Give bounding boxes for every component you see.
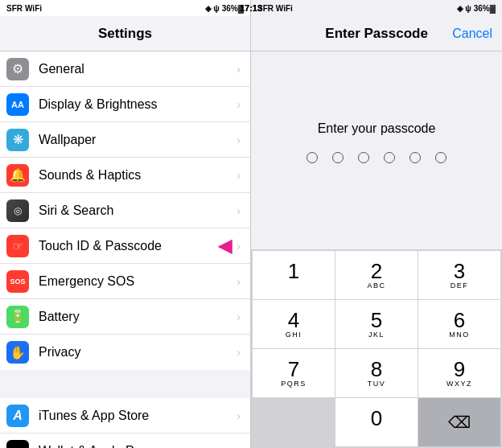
touchid-chevron-container: ◀ › [218, 236, 241, 257]
settings-section-1: ⚙ General › AA Display & Brightness › ❋ … [0, 51, 250, 370]
dot-2 [332, 152, 344, 163]
key-8-num: 8 [371, 359, 382, 380]
key-7[interactable]: 7 PQRS [253, 349, 335, 397]
key-6[interactable]: 6 MNO [418, 300, 500, 348]
wallpaper-icon: ❋ [6, 129, 29, 151]
privacy-chevron-container: › [237, 346, 241, 359]
key-5-letters: JKL [368, 331, 385, 339]
key-0[interactable]: 0 [335, 398, 418, 446]
settings-item-wallpaper[interactable]: ❋ Wallpaper › [0, 122, 250, 158]
nav-bar-passcode: Enter Passcode Cancel [251, 16, 502, 51]
passcode-dots-row [307, 152, 446, 163]
key-3-num: 3 [454, 261, 465, 282]
wallet-icon: ◼ [6, 440, 29, 448]
privacy-chevron-icon: › [237, 346, 241, 359]
sounds-label: Sounds & Haptics [39, 168, 237, 183]
cancel-button[interactable]: Cancel [452, 27, 492, 41]
key-1[interactable]: 1 [253, 251, 335, 299]
settings-list: ⚙ General › AA Display & Brightness › ❋ … [0, 51, 250, 448]
touchid-icon: ☞ [6, 235, 29, 257]
key-5-num: 5 [371, 310, 382, 331]
key-4[interactable]: 4 GHI [253, 300, 335, 348]
siri-icon: ◎ [6, 199, 29, 222]
wallet-chevron-container: › [237, 445, 241, 448]
dot-6 [435, 152, 446, 163]
settings-item-sounds[interactable]: 🔔 Sounds & Haptics › [0, 158, 250, 193]
privacy-label: Privacy [39, 345, 237, 360]
wallet-label: Wallet & Apple Pay [39, 444, 237, 448]
key-9-num: 9 [454, 359, 465, 380]
key-3[interactable]: 3 DEF [418, 251, 500, 299]
siri-label: Siri & Search [39, 203, 237, 218]
privacy-icon: ✋ [6, 341, 29, 364]
touchid-chevron-icon: › [237, 240, 241, 253]
status-right-info-right: ◈ ψ 36%▓ [457, 4, 496, 13]
general-icon: ⚙ [6, 58, 29, 80]
passcode-entry-area: Enter your passcode [251, 51, 502, 249]
itunes-label: iTunes & App Store [39, 409, 237, 423]
siri-chevron-container: › [237, 204, 241, 217]
key-2[interactable]: 2 ABC [335, 251, 418, 299]
key-8-letters: TUV [368, 380, 386, 388]
siri-chevron-icon: › [237, 204, 241, 217]
key-4-num: 4 [288, 310, 299, 331]
settings-item-wallet[interactable]: ◼ Wallet & Apple Pay › [0, 434, 250, 448]
key-7-letters: PQRS [281, 380, 307, 388]
sos-chevron-icon: › [237, 275, 241, 288]
general-label: General [39, 62, 237, 76]
key-2-num: 2 [371, 261, 382, 282]
key-9-letters: WXYZ [446, 380, 472, 388]
delete-icon: ⌫ [448, 413, 471, 432]
carrier-left: SFR [6, 4, 23, 13]
settings-item-display[interactable]: AA Display & Brightness › [0, 87, 250, 122]
wallpaper-label: Wallpaper [39, 133, 237, 147]
dot-5 [409, 152, 421, 163]
battery-icon: 🔋 [6, 306, 29, 328]
section-divider-1 [0, 370, 250, 398]
sos-label: Emergency SOS [39, 274, 237, 289]
status-bar-right: SFR WiFi 17:13 ◈ ψ 36%▓ [251, 0, 502, 16]
battery-chevron-icon: › [237, 310, 241, 323]
key-9[interactable]: 9 WXYZ [418, 349, 500, 397]
settings-title: Settings [98, 26, 152, 42]
settings-item-privacy[interactable]: ✋ Privacy › [0, 335, 250, 370]
wallet-chevron-icon: › [237, 445, 241, 448]
key-6-letters: MNO [449, 331, 470, 339]
sos-icon: SOS [6, 270, 29, 293]
key-5[interactable]: 5 JKL [335, 300, 418, 348]
wallpaper-chevron-container: › [237, 134, 241, 146]
settings-section-2: A iTunes & App Store › ◼ Wallet & Apple … [0, 398, 250, 448]
settings-item-itunes[interactable]: A iTunes & App Store › [0, 398, 250, 434]
numpad: 1 2 ABC 3 DEF 4 GHI 5 JKL 6 MNO 7 PQRS [251, 249, 502, 448]
battery-chevron-container: › [237, 310, 241, 323]
touchid-label: Touch ID & Passcode [39, 239, 218, 253]
wifi-icon-left: WiFi [25, 4, 42, 13]
display-icon: AA [6, 93, 29, 116]
general-chevron-icon: › [237, 63, 241, 76]
display-label: Display & Brightness [39, 97, 237, 112]
dot-3 [358, 152, 369, 163]
display-chevron-container: › [237, 98, 241, 111]
general-chevron-container: › [237, 63, 241, 76]
status-right-info-left: ◈ ψ 36%▓ [205, 4, 244, 13]
status-left-info: SFR WiFi [6, 4, 42, 13]
key-1-num: 1 [288, 261, 299, 282]
settings-item-general[interactable]: ⚙ General › [0, 51, 250, 87]
time-right: 17:13 [240, 3, 262, 13]
itunes-chevron-container: › [237, 409, 241, 422]
battery-label: Battery [39, 310, 237, 324]
carrier-right: SFR WiFi [257, 4, 293, 13]
key-0-num: 0 [371, 408, 382, 429]
key-delete[interactable]: ⌫ [418, 398, 500, 446]
settings-item-touchid[interactable]: ☞ Touch ID & Passcode ◀ › [0, 228, 250, 264]
sounds-icon: 🔔 [6, 164, 29, 187]
wifi-icon-right: WiFi [276, 4, 293, 13]
dot-1 [307, 152, 318, 163]
key-4-letters: GHI [286, 331, 302, 339]
settings-item-sos[interactable]: SOS Emergency SOS › [0, 264, 250, 299]
settings-item-siri[interactable]: ◎ Siri & Search › [0, 193, 250, 228]
sos-chevron-container: › [237, 275, 241, 288]
settings-item-battery[interactable]: 🔋 Battery › [0, 299, 250, 335]
key-7-num: 7 [288, 359, 299, 380]
key-8[interactable]: 8 TUV [335, 349, 418, 397]
